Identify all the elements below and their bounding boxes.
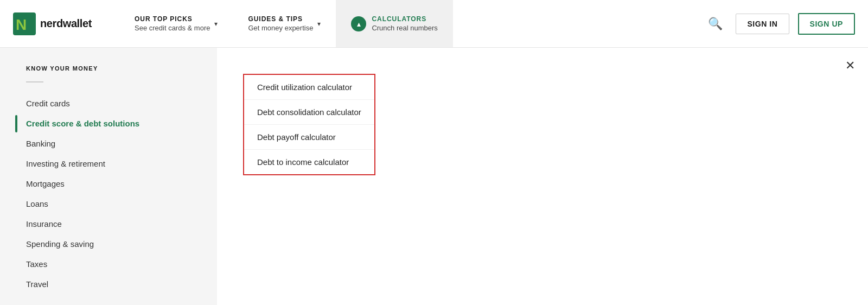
sidebar-item-insurance-label: Insurance <box>26 219 62 228</box>
sidebar-item-mortgages[interactable]: Mortgages <box>26 174 217 194</box>
nav-top-picks-block: OUR TOP PICKS See credit cards & more <box>135 15 210 32</box>
header: N nerdwallet OUR TOP PICKS See credit ca… <box>0 0 868 48</box>
sidebar-item-banking-label: Banking <box>26 139 55 148</box>
sidebar-item-mortgages-label: Mortgages <box>26 179 65 188</box>
sidebar-item-spending-label: Spending & saving <box>26 239 94 249</box>
close-button[interactable]: ✕ <box>845 59 855 73</box>
sidebar-item-travel-label: Travel <box>26 279 48 289</box>
nav-calculators-sublabel: Crunch real numbers <box>372 24 437 32</box>
sidebar-item-taxes[interactable]: Taxes <box>26 254 217 274</box>
nav-guides-tips[interactable]: GUIDES & TIPS Get money expertise ▾ <box>233 0 336 47</box>
header-right: 🔍 SIGN IN SIGN UP <box>704 12 868 35</box>
sidebar-divider <box>26 81 43 82</box>
search-icon: 🔍 <box>708 17 723 30</box>
sign-in-button[interactable]: SIGN IN <box>736 14 789 34</box>
svg-text:N: N <box>16 16 27 33</box>
nav-top-picks-chevron-icon: ▾ <box>214 20 218 28</box>
sidebar-item-taxes-label: Taxes <box>26 259 47 269</box>
list-item-debt-consolidation[interactable]: Debt consolidation calculator <box>244 100 374 125</box>
sidebar-item-insurance[interactable]: Insurance <box>26 214 217 234</box>
sidebar-item-investing[interactable]: Investing & retirement <box>26 154 217 174</box>
nav-calculators-label: CALCULATORS <box>372 15 437 23</box>
sidebar-item-spending[interactable]: Spending & saving <box>26 234 217 254</box>
sidebar-item-credit-cards-label: Credit cards <box>26 99 70 108</box>
nav-calculators[interactable]: ▴ CALCULATORS Crunch real numbers <box>336 0 452 47</box>
sidebar-item-credit-cards[interactable]: Credit cards <box>26 93 217 113</box>
nav-top-picks[interactable]: OUR TOP PICKS See credit cards & more ▾ <box>119 0 233 47</box>
section-label: KNOW YOUR MONEY <box>26 65 217 72</box>
list-item-credit-utilization[interactable]: Credit utilization calculator <box>244 75 374 100</box>
content-panel: ✕ Credit utilization calculator Debt con… <box>217 48 868 305</box>
nav-calculators-row: ▴ CALCULATORS Crunch real numbers <box>351 15 437 32</box>
search-button[interactable]: 🔍 <box>704 12 727 35</box>
nav-calculators-block: CALCULATORS Crunch real numbers <box>372 15 437 32</box>
active-indicator <box>15 115 17 132</box>
logo-area[interactable]: N nerdwallet <box>0 12 119 35</box>
calculator-list: Credit utilization calculator Debt conso… <box>243 74 375 175</box>
list-item-debt-to-income[interactable]: Debt to income calculator <box>244 150 374 174</box>
sidebar-item-banking[interactable]: Banking <box>26 134 217 154</box>
sidebar-item-travel[interactable]: Travel <box>26 274 217 294</box>
close-icon: ✕ <box>845 59 855 72</box>
nav-calculators-chevron-up-icon: ▴ <box>351 16 366 31</box>
logo-text: nerdwallet <box>40 17 92 30</box>
sidebar-item-loans[interactable]: Loans <box>26 194 217 214</box>
sidebar-item-loans-label: Loans <box>26 199 48 208</box>
nav-top-picks-sublabel: See credit cards & more <box>135 24 210 32</box>
nav-guides-tips-block: GUIDES & TIPS Get money expertise <box>248 15 313 32</box>
sign-up-button[interactable]: SIGN UP <box>798 13 856 35</box>
sidebar-item-credit-score[interactable]: Credit score & debt solutions <box>26 113 217 134</box>
list-item-debt-payoff[interactable]: Debt payoff calculator <box>244 125 374 150</box>
nav-guides-tips-label: GUIDES & TIPS <box>248 15 313 23</box>
dropdown-area: KNOW YOUR MONEY Credit cards Credit scor… <box>0 48 868 305</box>
nav-guides-tips-chevron-icon: ▾ <box>317 20 321 28</box>
sidebar-item-credit-score-label: Credit score & debt solutions <box>26 119 139 128</box>
nav-top-picks-label: OUR TOP PICKS <box>135 15 210 23</box>
sidebar-panel: KNOW YOUR MONEY Credit cards Credit scor… <box>0 48 217 305</box>
nerdwallet-logo-icon[interactable]: N <box>13 12 36 35</box>
nav-guides-tips-sublabel: Get money expertise <box>248 24 313 32</box>
sidebar-item-investing-label: Investing & retirement <box>26 159 105 168</box>
